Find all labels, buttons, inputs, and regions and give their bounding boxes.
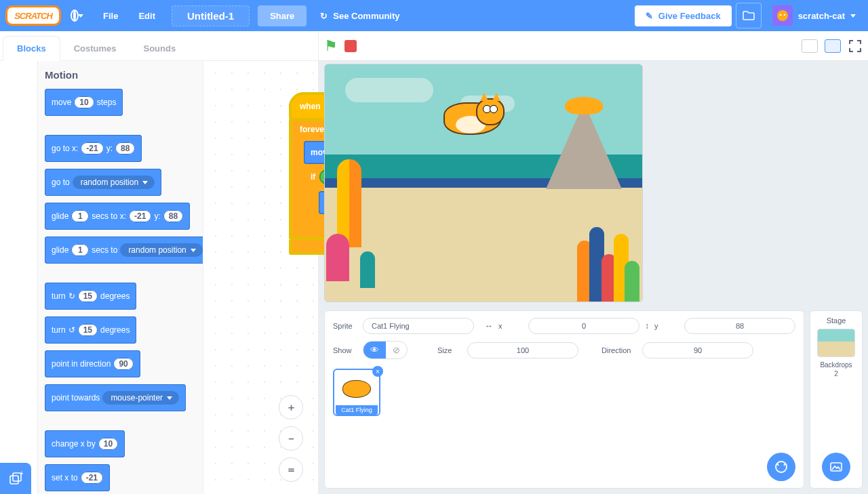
script-workspace[interactable]: when ⚑ clicked forever move 4 steps [208, 65, 314, 490]
backdrops-count: 2 [834, 370, 838, 377]
cw-icon: ↻ [68, 291, 75, 301]
file-menu[interactable]: File [95, 0, 126, 31]
block-move-steps[interactable]: move 10 steps [45, 89, 123, 116]
zoom-reset-button[interactable]: ＝ [279, 457, 303, 482]
username-label: scratch-cat [798, 11, 845, 21]
y-label: y [654, 322, 679, 330]
see-community-button[interactable]: ↻ See Community [311, 11, 409, 21]
give-feedback-button[interactable]: ✎ Give Feedback [635, 5, 732, 26]
size-label: Size [437, 346, 462, 354]
ccw-icon: ↺ [68, 325, 75, 335]
show-off-button[interactable]: ⊘ [386, 342, 407, 358]
editor-pane: Blocks Costumes Sounds MotionLooksSoundE… [0, 31, 319, 494]
svg-point-2 [783, 14, 785, 16]
block-point-in-direction[interactable]: point in direction 90 [45, 350, 140, 377]
folder-icon [743, 11, 755, 20]
zoom-out-button[interactable]: － [279, 426, 303, 451]
direction-label: Direction [601, 346, 637, 354]
stage-large-button[interactable] [825, 39, 841, 53]
add-backdrop-button[interactable] [822, 453, 850, 481]
stage-canvas[interactable] [324, 64, 643, 302]
svg-point-6 [776, 461, 787, 472]
sprite-info-panel: Sprite ↔ x ↕ y Show 👁 ⊘ [324, 310, 804, 489]
size-input[interactable] [467, 342, 578, 358]
stage-sprite-cat [441, 100, 479, 139]
sprite-card-cat1-flying[interactable]: × Cat1 Flying [333, 369, 380, 416]
svg-text:+: + [20, 471, 23, 477]
y-icon: ↕ [645, 321, 649, 331]
account-menu[interactable]: scratch-cat [766, 5, 863, 26]
show-on-button[interactable]: 👁 [363, 342, 386, 358]
palette-heading: Motion [45, 69, 196, 81]
stage-pane: ⚑ [319, 31, 868, 494]
language-menu[interactable] [65, 0, 91, 31]
add-extension-button[interactable]: + [0, 463, 31, 494]
visibility-toggle[interactable]: 👁 ⊘ [363, 341, 408, 359]
globe-icon [73, 9, 76, 22]
cat-plus-icon [774, 459, 789, 474]
see-community-label: See Community [333, 11, 399, 21]
block-glide-to[interactable]: glide 1 secs to random position [45, 236, 203, 264]
block-palette[interactable]: Motion move 10 steps go to x: -21 y: 88 … [38, 61, 203, 494]
svg-point-0 [777, 10, 788, 21]
image-plus-icon [829, 460, 843, 474]
project-title-field[interactable]: Untitled-1 [172, 5, 250, 26]
block-go-to[interactable]: go to random position [45, 169, 161, 196]
block-go-to-xy[interactable]: go to x: -21 y: 88 [45, 135, 142, 162]
block-set-x-to[interactable]: set x to -21 [45, 464, 110, 491]
editor-tabs: Blocks Costumes Sounds [0, 31, 318, 61]
stage-selector: Stage Backdrops 2 [810, 310, 863, 489]
share-button[interactable]: Share [258, 5, 307, 26]
svg-rect-3 [10, 476, 18, 484]
menu-bar: SCRATCH File Edit Untitled-1 Share ↻ See… [0, 0, 868, 31]
block-change-x-by[interactable]: change x by 10 [45, 430, 125, 457]
sprite-list: × Cat1 Flying [333, 369, 795, 481]
block-point-towards[interactable]: point towards mouse-pointer [45, 384, 186, 411]
y-input[interactable] [684, 318, 795, 334]
feedback-label: Give Feedback [658, 11, 721, 21]
fullscreen-icon [848, 39, 863, 54]
stage-header: ⚑ [319, 31, 868, 61]
sprite-label: Sprite [333, 322, 357, 330]
tab-blocks[interactable]: Blocks [3, 36, 60, 61]
category-list: MotionLooksSoundEventsControlSensingOper… [0, 61, 38, 494]
block-turn-ccw[interactable]: turn ↺ 15 degrees [45, 316, 136, 344]
sprite-name-input[interactable] [363, 318, 474, 334]
x-input[interactable] [528, 318, 639, 334]
stage-thumbnail[interactable] [817, 329, 855, 357]
my-stuff-button[interactable] [736, 3, 762, 28]
cat-avatar-icon [776, 9, 789, 22]
stage-small-button[interactable] [802, 39, 818, 53]
block-glide-xy[interactable]: glide 1 secs to x: -21 y: 88 [45, 203, 190, 230]
tab-sounds[interactable]: Sounds [130, 37, 190, 60]
svg-point-1 [779, 14, 781, 16]
scratch-logo[interactable]: SCRATCH [5, 5, 61, 26]
pencil-icon: ✎ [646, 11, 653, 21]
xy-icon: ↔ [485, 321, 493, 331]
add-sprite-button[interactable] [767, 453, 795, 481]
x-label: x [498, 322, 523, 330]
extension-icon: + [8, 471, 23, 486]
fullscreen-button[interactable] [848, 39, 863, 54]
caret-down-icon [78, 14, 83, 18]
sprite-card-label: Cat1 Flying [336, 405, 378, 415]
refresh-icon: ↻ [320, 11, 328, 21]
direction-input[interactable] [642, 342, 753, 358]
stage-label: Stage [827, 316, 846, 325]
caret-down-icon [850, 14, 856, 18]
delete-sprite-button[interactable]: × [372, 366, 383, 377]
avatar [772, 5, 793, 26]
green-flag-button[interactable]: ⚑ [324, 37, 338, 55]
backdrops-label: Backdrops [820, 361, 852, 369]
zoom-in-button[interactable]: ＋ [279, 395, 303, 419]
edit-menu[interactable]: Edit [130, 0, 163, 31]
block-turn-cw[interactable]: turn ↻ 15 degrees [45, 283, 136, 310]
show-label: Show [333, 346, 357, 354]
tab-costumes[interactable]: Costumes [60, 37, 130, 60]
stop-button[interactable] [344, 40, 357, 52]
